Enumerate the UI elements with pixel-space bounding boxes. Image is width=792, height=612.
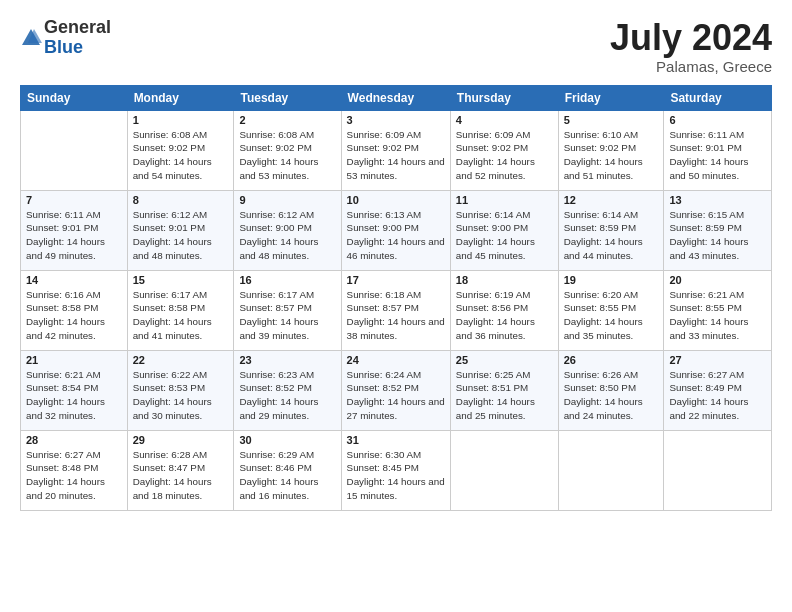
- table-row: 8 Sunrise: 6:12 AM Sunset: 9:01 PM Dayli…: [127, 190, 234, 270]
- table-row: 10 Sunrise: 6:13 AM Sunset: 9:00 PM Dayl…: [341, 190, 450, 270]
- daylight-label: Daylight: 14 hours and 44 minutes.: [564, 236, 643, 261]
- daylight-label: Daylight: 14 hours and 53 minutes.: [239, 156, 318, 181]
- day-number: 9: [239, 194, 335, 206]
- sunrise-time: 6:27 AM: [708, 369, 744, 380]
- logo-general-text: General: [44, 17, 111, 37]
- sunrise-label: Sunrise:: [239, 369, 278, 380]
- sunset-time: 8:56 PM: [492, 302, 529, 313]
- sunset-time: 9:02 PM: [383, 142, 420, 153]
- day-info: Sunrise: 6:29 AM Sunset: 8:46 PM Dayligh…: [239, 448, 335, 503]
- table-row: 2 Sunrise: 6:08 AM Sunset: 9:02 PM Dayli…: [234, 110, 341, 190]
- day-info: Sunrise: 6:21 AM Sunset: 8:55 PM Dayligh…: [669, 288, 766, 343]
- day-info: Sunrise: 6:12 AM Sunset: 9:00 PM Dayligh…: [239, 208, 335, 263]
- day-info: Sunrise: 6:21 AM Sunset: 8:54 PM Dayligh…: [26, 368, 122, 423]
- sunset-label: Sunset:: [26, 302, 62, 313]
- sunrise-label: Sunrise:: [347, 129, 386, 140]
- table-row: 17 Sunrise: 6:18 AM Sunset: 8:57 PM Dayl…: [341, 270, 450, 350]
- daylight-label: Daylight: 14 hours and 20 minutes.: [26, 476, 105, 501]
- day-number: 22: [133, 354, 229, 366]
- sunset-label: Sunset:: [669, 222, 705, 233]
- sunset-label: Sunset:: [564, 142, 600, 153]
- daylight-label: Daylight: 14 hours and 16 minutes.: [239, 476, 318, 501]
- sunset-label: Sunset:: [239, 142, 275, 153]
- sunset-label: Sunset:: [26, 222, 62, 233]
- day-info: Sunrise: 6:08 AM Sunset: 9:02 PM Dayligh…: [133, 128, 229, 183]
- day-number: 2: [239, 114, 335, 126]
- sunset-time: 9:00 PM: [275, 222, 312, 233]
- sunset-label: Sunset:: [347, 462, 383, 473]
- sunset-label: Sunset:: [564, 302, 600, 313]
- sunrise-label: Sunrise:: [26, 449, 65, 460]
- daylight-label: Daylight: 14 hours and 27 minutes.: [347, 396, 445, 421]
- table-row: 20 Sunrise: 6:21 AM Sunset: 8:55 PM Dayl…: [664, 270, 772, 350]
- table-row: 18 Sunrise: 6:19 AM Sunset: 8:56 PM Dayl…: [450, 270, 558, 350]
- title-block: July 2024 Palamas, Greece: [610, 18, 772, 75]
- sunset-time: 8:54 PM: [62, 382, 99, 393]
- day-info: Sunrise: 6:11 AM Sunset: 9:01 PM Dayligh…: [669, 128, 766, 183]
- table-row: 23 Sunrise: 6:23 AM Sunset: 8:52 PM Dayl…: [234, 350, 341, 430]
- day-info: Sunrise: 6:09 AM Sunset: 9:02 PM Dayligh…: [456, 128, 553, 183]
- daylight-label: Daylight: 14 hours and 51 minutes.: [564, 156, 643, 181]
- sunset-time: 8:57 PM: [383, 302, 420, 313]
- sunrise-label: Sunrise:: [26, 209, 65, 220]
- day-number: 17: [347, 274, 445, 286]
- day-number: 20: [669, 274, 766, 286]
- sunrise-label: Sunrise:: [133, 289, 172, 300]
- sunset-label: Sunset:: [669, 142, 705, 153]
- table-row: 3 Sunrise: 6:09 AM Sunset: 9:02 PM Dayli…: [341, 110, 450, 190]
- daylight-label: Daylight: 14 hours and 18 minutes.: [133, 476, 212, 501]
- day-info: Sunrise: 6:19 AM Sunset: 8:56 PM Dayligh…: [456, 288, 553, 343]
- sunrise-label: Sunrise:: [456, 209, 495, 220]
- sunrise-time: 6:11 AM: [708, 129, 744, 140]
- sunset-time: 8:47 PM: [169, 462, 206, 473]
- sunset-label: Sunset:: [669, 302, 705, 313]
- day-info: Sunrise: 6:14 AM Sunset: 9:00 PM Dayligh…: [456, 208, 553, 263]
- sunrise-label: Sunrise:: [239, 449, 278, 460]
- sunrise-time: 6:18 AM: [385, 289, 421, 300]
- sunrise-time: 6:21 AM: [65, 369, 101, 380]
- sunset-time: 9:02 PM: [169, 142, 206, 153]
- daylight-label: Daylight: 14 hours and 46 minutes.: [347, 236, 445, 261]
- table-row: 30 Sunrise: 6:29 AM Sunset: 8:46 PM Dayl…: [234, 430, 341, 510]
- calendar-page: General Blue July 2024 Palamas, Greece S…: [0, 0, 792, 612]
- col-thursday: Thursday: [450, 85, 558, 110]
- table-row: 25 Sunrise: 6:25 AM Sunset: 8:51 PM Dayl…: [450, 350, 558, 430]
- sunrise-label: Sunrise:: [347, 209, 386, 220]
- sunset-time: 9:02 PM: [600, 142, 637, 153]
- sunset-time: 8:58 PM: [169, 302, 206, 313]
- day-info: Sunrise: 6:09 AM Sunset: 9:02 PM Dayligh…: [347, 128, 445, 183]
- daylight-label: Daylight: 14 hours and 29 minutes.: [239, 396, 318, 421]
- sunrise-time: 6:12 AM: [171, 209, 207, 220]
- sunset-label: Sunset:: [239, 302, 275, 313]
- sunset-time: 8:58 PM: [62, 302, 99, 313]
- day-number: 19: [564, 274, 659, 286]
- day-info: Sunrise: 6:12 AM Sunset: 9:01 PM Dayligh…: [133, 208, 229, 263]
- daylight-label: Daylight: 14 hours and 25 minutes.: [456, 396, 535, 421]
- day-info: Sunrise: 6:14 AM Sunset: 8:59 PM Dayligh…: [564, 208, 659, 263]
- day-info: Sunrise: 6:18 AM Sunset: 8:57 PM Dayligh…: [347, 288, 445, 343]
- col-monday: Monday: [127, 85, 234, 110]
- sunrise-label: Sunrise:: [133, 369, 172, 380]
- sunset-label: Sunset:: [347, 302, 383, 313]
- sunrise-time: 6:08 AM: [278, 129, 314, 140]
- table-row: 9 Sunrise: 6:12 AM Sunset: 9:00 PM Dayli…: [234, 190, 341, 270]
- sunset-time: 8:59 PM: [705, 222, 742, 233]
- day-number: 26: [564, 354, 659, 366]
- day-number: 27: [669, 354, 766, 366]
- sunset-time: 8:45 PM: [383, 462, 420, 473]
- month-title: July 2024: [610, 18, 772, 58]
- day-info: Sunrise: 6:30 AM Sunset: 8:45 PM Dayligh…: [347, 448, 445, 503]
- daylight-label: Daylight: 14 hours and 30 minutes.: [133, 396, 212, 421]
- daylight-label: Daylight: 14 hours and 48 minutes.: [239, 236, 318, 261]
- day-info: Sunrise: 6:24 AM Sunset: 8:52 PM Dayligh…: [347, 368, 445, 423]
- sunrise-time: 6:11 AM: [65, 209, 101, 220]
- sunrise-time: 6:09 AM: [494, 129, 530, 140]
- sunset-label: Sunset:: [26, 462, 62, 473]
- day-number: 15: [133, 274, 229, 286]
- day-info: Sunrise: 6:23 AM Sunset: 8:52 PM Dayligh…: [239, 368, 335, 423]
- sunset-label: Sunset:: [133, 302, 169, 313]
- sunset-time: 9:01 PM: [169, 222, 206, 233]
- sunset-time: 8:52 PM: [275, 382, 312, 393]
- sunrise-label: Sunrise:: [669, 129, 708, 140]
- sunset-label: Sunset:: [133, 222, 169, 233]
